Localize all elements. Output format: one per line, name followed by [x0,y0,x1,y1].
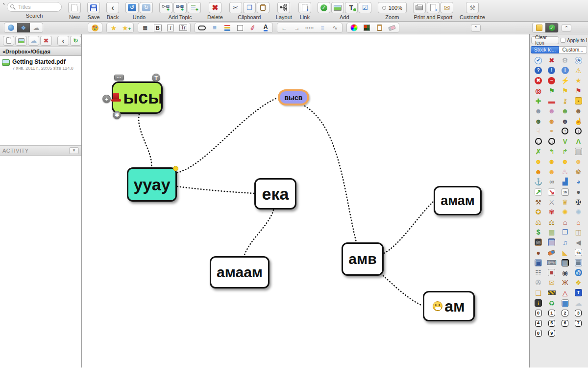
cross-arrows-icon[interactable]: ✗ [532,146,545,157]
italic-button[interactable]: I [165,24,176,32]
database-icon[interactable]: ☷ [532,267,545,278]
add-favorite-style-button[interactable]: ★+ [121,24,132,32]
clear-icon-button[interactable]: Clear Icon [531,36,559,44]
bulb-on-icon[interactable]: ✺ [559,207,572,217]
zoom-button[interactable]: 100% [378,2,407,13]
web-storage-button[interactable] [4,23,17,32]
node-stripe-button[interactable] [221,24,233,32]
clock-icon[interactable]: ◷ [572,55,585,66]
film-icon[interactable]: ▥ [545,237,558,248]
node-fill-button[interactable]: ≡ [209,24,220,32]
axe-icon[interactable]: ⚒ [532,197,545,207]
import-button[interactable] [15,36,26,46]
link-button[interactable] [298,2,311,13]
mindmap-canvas[interactable]: ысы•••T+✱высвууауекаамаамамвамамам [82,34,529,368]
flag-yellow-icon[interactable]: ⚑ [559,86,572,96]
store-icon[interactable]: ⌂ [572,217,585,228]
laptop-icon[interactable]: ⌨ [545,258,558,268]
edge-dash-button[interactable]: ••••• [304,24,316,32]
brick-wall-icon[interactable]: ▤ [572,146,585,157]
node-uuau[interactable]: ууау [127,167,177,202]
merge-arrows-icon[interactable]: Λ [572,136,585,147]
traffic-light-icon[interactable]: ⁞ [532,298,545,308]
tab-stock-icons[interactable]: Stock Ic... [531,46,559,53]
server-icon[interactable]: ≣ [572,258,585,268]
new-map-button[interactable] [3,36,14,46]
wink-icon[interactable]: ☻ [559,157,572,167]
add-task-button[interactable]: ✓ [318,2,330,13]
network-icon[interactable]: ▣ [532,258,545,268]
dollar-icon[interactable]: $ [532,227,545,237]
calendar-icon[interactable]: ▦ [559,298,572,308]
list-item[interactable]: Getting Started.pdf 7 янв. 2011 г., 20:0… [0,56,81,73]
notes-panel-button[interactable] [533,23,545,32]
camera-icon[interactable]: ◉ [559,267,572,278]
woman-icon[interactable]: ☻ [545,106,558,116]
node-amaam[interactable]: амаам [210,256,270,289]
add-child-badge[interactable]: + [102,95,111,103]
number-8-icon[interactable]: 8 [532,328,545,339]
grin-icon[interactable]: ☻ [545,157,558,167]
rosette-icon[interactable]: ✾ [545,207,558,217]
edge-end-arrow-button[interactable]: → [291,24,303,32]
number-7-icon[interactable]: 7 [572,318,585,328]
thumbs-up-icon[interactable]: ☝ [572,116,585,127]
red-cross-icon[interactable]: ✖ [545,55,558,66]
question-icon[interactable]: ? [532,66,545,76]
node-am[interactable]: ам [423,291,475,321]
add-boundary-button[interactable]: ☑ [359,2,371,13]
edge-width-button[interactable]: ≡ [317,24,328,32]
export-button[interactable] [427,2,440,13]
number-1-icon[interactable]: 1 [545,308,558,318]
people-icon[interactable]: ☻ [559,106,572,116]
node-shape-button[interactable] [196,24,208,32]
flag-green-icon[interactable]: ⚑ [545,86,558,96]
layout-button[interactable] [277,2,290,13]
add-image-button[interactable] [331,2,344,13]
highlight-button[interactable]: ✐ [247,24,259,32]
music-icon[interactable]: ♫ [559,237,572,248]
plus-icon[interactable]: ✚ [532,96,545,106]
paste-button[interactable] [257,2,270,13]
cross-icon[interactable]: ✠ [572,197,585,207]
edge-start-arrow-button[interactable]: ← [278,24,290,32]
print-button[interactable] [413,2,426,13]
angry-icon[interactable]: ☻ [532,167,545,177]
color-wheel-button[interactable] [348,24,360,32]
split-arrows-icon[interactable]: V [559,136,572,147]
key-icon[interactable]: ⚷ [559,96,572,106]
number-3-icon[interactable]: 3 [572,308,585,318]
folder-back-button[interactable]: ‹ [57,36,69,46]
forbidden-icon[interactable]: – [545,76,558,86]
node-eka[interactable]: ека [254,178,296,210]
favorite-style-button[interactable]: ★ [108,24,120,32]
recycle-icon[interactable]: ♻ [545,298,558,308]
scales-icon[interactable]: ⚖ [532,217,545,228]
star-badge[interactable]: ✱ [113,111,121,119]
open-book-icon[interactable]: ◫ [572,227,585,237]
target-icon[interactable]: ◎ [532,86,545,96]
helm-icon[interactable]: ☸ [572,167,585,177]
arrow-up-circle-icon[interactable]: ↑ [559,126,572,136]
star-icon[interactable]: ★ [572,76,585,86]
copy-style-button[interactable] [373,24,385,32]
paperclip-icon[interactable]: ✇ [532,278,545,288]
node-vysv[interactable]: высв [278,89,309,105]
puzzle-icon[interactable]: ❑ [532,288,545,298]
football-icon[interactable]: ● [532,247,545,258]
number-9-icon[interactable]: 9 [545,328,558,339]
tab-custom-icons[interactable]: Custom... [559,46,587,53]
blackboard-icon[interactable]: ≋ [532,237,545,248]
chart-down-icon[interactable]: ↘ [545,187,558,197]
save-button[interactable] [87,2,100,13]
warning-icon[interactable]: ⚠ [572,66,585,76]
dead-end-icon[interactable]: T [572,288,585,298]
number-2-icon[interactable]: 2 [559,308,572,318]
font-color-button[interactable]: A [260,24,271,32]
medal-icon[interactable]: ✪ [532,207,545,217]
sword-icon[interactable]: ⚔ [545,197,558,207]
thumbs-down-icon[interactable]: ☟ [532,126,545,136]
collapse-format-bar-button[interactable]: ⌃ [471,24,481,32]
search-input[interactable] [7,2,62,12]
soldier-icon[interactable]: ☻ [532,116,545,127]
